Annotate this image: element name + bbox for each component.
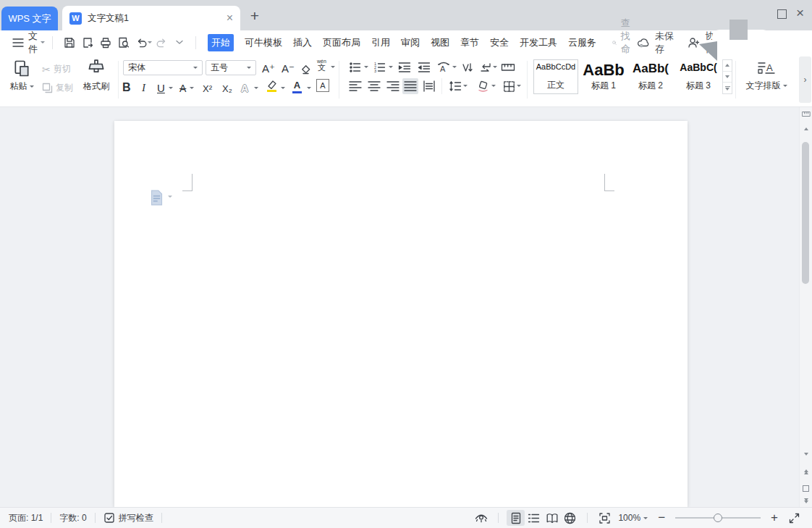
vertical-scrollbar[interactable] [799, 107, 812, 507]
tab-review[interactable]: 审阅 [401, 36, 420, 49]
font-color-dropdown-icon[interactable] [307, 87, 311, 89]
paste-dropdown-icon[interactable] [30, 85, 34, 88]
zoom-out-button[interactable]: − [658, 511, 665, 525]
tab-ruler-button[interactable] [500, 59, 516, 75]
text-effects-dropdown-icon[interactable] [254, 87, 258, 89]
file-menu[interactable]: 文件 [28, 30, 38, 56]
document-tab[interactable]: W 文字文稿1 × [62, 6, 240, 30]
zoom-slider-knob[interactable] [714, 514, 722, 522]
outline-view-button[interactable] [525, 510, 543, 526]
print-preview-button[interactable] [114, 34, 132, 51]
character-border-button[interactable]: A [316, 79, 329, 92]
distribute-text-button[interactable] [421, 78, 437, 94]
style-scroll-down-icon[interactable] [723, 72, 732, 83]
highlight-button[interactable] [265, 77, 279, 93]
web-layout-button[interactable] [561, 510, 579, 526]
strikethrough-dropdown-icon[interactable] [190, 87, 194, 89]
window-close-button[interactable]: × [796, 5, 804, 21]
align-center-button[interactable] [366, 78, 382, 94]
increase-font-button[interactable]: A⁺ [262, 59, 275, 75]
shading-button[interactable] [475, 78, 491, 94]
paste-options-button[interactable] [149, 189, 172, 206]
document-page[interactable] [114, 121, 688, 507]
font-name-select[interactable]: 宋体 [123, 60, 203, 75]
bullet-list-button[interactable] [347, 59, 363, 75]
phonetic-dropdown-icon[interactable] [331, 66, 335, 68]
line-spacing-button[interactable] [447, 78, 463, 94]
file-menu-chevron-icon[interactable] [41, 41, 45, 43]
justify-button[interactable] [402, 78, 418, 94]
underline-dropdown-icon[interactable] [169, 87, 173, 89]
more-options-icon[interactable]: ⋮ [805, 34, 812, 51]
tab-close-icon[interactable]: × [227, 12, 233, 24]
phonetic-guide-button[interactable]: wén 文 [317, 57, 326, 73]
style-scroll-up-icon[interactable] [723, 60, 732, 72]
fullscreen-button[interactable] [785, 510, 803, 526]
borders-button[interactable] [501, 78, 517, 94]
spellcheck-toggle[interactable]: 拼写检查 [119, 512, 153, 524]
style-gallery-more-icon[interactable] [723, 83, 732, 93]
assistant-dropdown-icon[interactable] [168, 196, 172, 198]
style-heading1[interactable]: AaBb 标题 1 [581, 59, 626, 94]
superscript-button[interactable]: X² [203, 78, 212, 94]
clear-format-button[interactable] [300, 59, 312, 75]
new-tab-button[interactable]: + [246, 7, 263, 25]
read-layout-button[interactable] [543, 510, 561, 526]
font-color-button[interactable]: A [292, 78, 302, 94]
eye-protection-button[interactable] [472, 510, 490, 526]
select-browse-object-icon[interactable] [800, 485, 812, 492]
word-count[interactable]: 字数: 0 [59, 512, 86, 524]
numbered-list-dropdown-icon[interactable] [389, 66, 393, 68]
line-spacing-dropdown-icon[interactable] [463, 85, 468, 87]
tab-home[interactable]: 开始 [208, 34, 234, 51]
cut-button[interactable]: ✂ 剪切 [42, 63, 71, 75]
copy-button[interactable]: 复制 [42, 82, 73, 94]
tab-insert[interactable]: 插入 [293, 36, 312, 49]
tab-page-layout[interactable]: 页面布局 [323, 36, 360, 49]
tab-view[interactable]: 视图 [431, 36, 449, 49]
scroll-down-icon[interactable] [800, 453, 812, 456]
tab-developer-tools[interactable]: 开发工具 [520, 36, 557, 49]
shading-dropdown-icon[interactable] [491, 85, 496, 87]
print-button[interactable] [96, 34, 114, 51]
decrease-font-button[interactable]: A⁻ [282, 59, 295, 75]
window-maximize-button[interactable] [777, 9, 787, 19]
paragraph-marks-button[interactable] [478, 59, 494, 75]
page-view-button[interactable] [507, 510, 525, 526]
tab-references[interactable]: 引用 [371, 36, 390, 49]
zoom-level[interactable]: 100% [618, 513, 640, 523]
italic-button[interactable]: I [142, 78, 145, 94]
strikethrough-button[interactable]: A [179, 78, 186, 94]
next-page-icon[interactable] [800, 498, 812, 503]
save-button[interactable] [60, 34, 78, 51]
paragraph-marks-dropdown-icon[interactable] [493, 66, 497, 68]
page-indicator[interactable]: 页面: 1/1 [9, 512, 43, 524]
borders-dropdown-icon[interactable] [517, 85, 521, 87]
scrollbar-thumb[interactable] [802, 142, 809, 284]
style-heading3[interactable]: AaBbC( 标题 3 [675, 59, 722, 94]
format-painter-button[interactable]: 格式刷 [80, 59, 113, 93]
decrease-indent-button[interactable] [397, 59, 413, 75]
text-tool-dropdown-icon[interactable] [452, 66, 457, 68]
expand-panel-button[interactable]: › [799, 56, 811, 103]
wps-app-button[interactable]: WPS 文字 [1, 7, 58, 30]
sort-button[interactable] [459, 59, 475, 75]
text-layout-button[interactable]: A 文字排版 [740, 60, 793, 92]
font-size-select[interactable]: 五号 [206, 60, 256, 75]
tab-cloud-services[interactable]: 云服务 [568, 36, 596, 49]
tab-security[interactable]: 安全 [490, 36, 509, 49]
previous-page-icon[interactable] [800, 469, 812, 474]
text-effects-button[interactable]: A [241, 78, 248, 94]
style-normal[interactable]: AaBbCcDd 正文 [533, 59, 578, 94]
paste-button[interactable]: 粘贴 [6, 59, 38, 93]
zoom-in-button[interactable]: + [771, 511, 778, 525]
tab-keniu-templates[interactable]: 可牛模板 [245, 36, 282, 49]
numbered-list-button[interactable]: 123 [372, 59, 388, 75]
align-left-button[interactable] [347, 78, 363, 94]
quick-access-more-icon[interactable] [170, 34, 188, 51]
highlight-dropdown-icon[interactable] [281, 87, 285, 89]
export-button[interactable] [78, 34, 96, 51]
fit-page-button[interactable] [596, 510, 614, 526]
redo-button[interactable] [152, 34, 170, 51]
ruler-toggle-icon[interactable] [800, 111, 812, 117]
